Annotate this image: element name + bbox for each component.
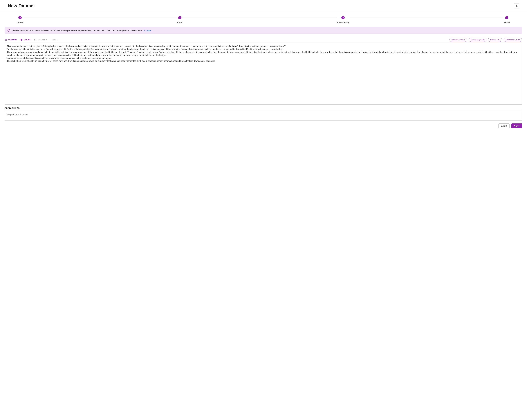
info-text: QuickGraph supports numerous dataset for… [12,29,152,32]
check-icon [178,16,181,19]
prettify-label: PRETTIFY [38,39,47,41]
problems-box: No problems detected [5,110,522,120]
step-label: Details [17,21,23,23]
step-review[interactable]: Review [504,16,510,23]
info-link[interactable]: click here. [143,29,152,32]
step-editor[interactable]: Editor [177,16,182,23]
chevron-down-icon [56,39,58,41]
footer-buttons: BACK NEXT [5,124,522,128]
chip-dataset-items: Dataset Items: 5 [450,38,467,42]
chip-characters: Characters: 1344 [504,38,522,42]
next-button[interactable]: NEXT [511,124,522,128]
info-icon [7,29,10,32]
step-label: Review [504,21,510,23]
prettify-button: PRETTIFY [34,38,47,41]
back-button[interactable]: BACK [498,124,510,128]
stepper: Details Editor Preprocessing Review [5,14,522,27]
problems-empty: No problems detected [7,113,28,116]
format-select[interactable]: Text [52,39,58,41]
braces-icon [34,38,37,41]
step-preprocessing[interactable]: Preprocessing [337,16,350,23]
page-title: New Dataset [8,3,35,9]
format-label: Text [52,39,55,41]
chip-vocabulary: Vocabulary: 170 [469,38,486,42]
notifications-button[interactable] [514,3,519,9]
trash-icon [20,39,22,41]
step-label: Editor [177,21,182,23]
upload-label: UPLOAD [8,39,17,41]
problems-label: PROBLEMS (0) [5,107,522,109]
upload-icon [5,39,7,41]
header-bar: New Dataset [0,0,527,12]
step-label: Preprocessing [337,21,350,23]
clear-button[interactable]: CLEAR [20,39,31,41]
chip-tokens: Tokens: 313 [488,38,502,42]
bell-icon [516,5,518,7]
step-details[interactable]: Details [17,16,23,23]
toolbar-left: UPLOAD CLEAR PRETTIFY Text [5,38,58,41]
editor-textarea[interactable]: Alice was beginning to get very tired of… [5,43,522,105]
check-icon [341,16,345,19]
check-icon [505,16,508,19]
info-message: QuickGraph supports numerous dataset for… [12,29,143,32]
toolbar: UPLOAD CLEAR PRETTIFY Text [5,38,522,42]
check-icon [18,16,22,19]
clear-label: CLEAR [24,39,31,41]
info-banner: QuickGraph supports numerous dataset for… [5,27,522,34]
stats-chips: Dataset Items: 5 Vocabulary: 170 Tokens:… [450,38,522,42]
upload-button[interactable]: UPLOAD [5,39,17,41]
